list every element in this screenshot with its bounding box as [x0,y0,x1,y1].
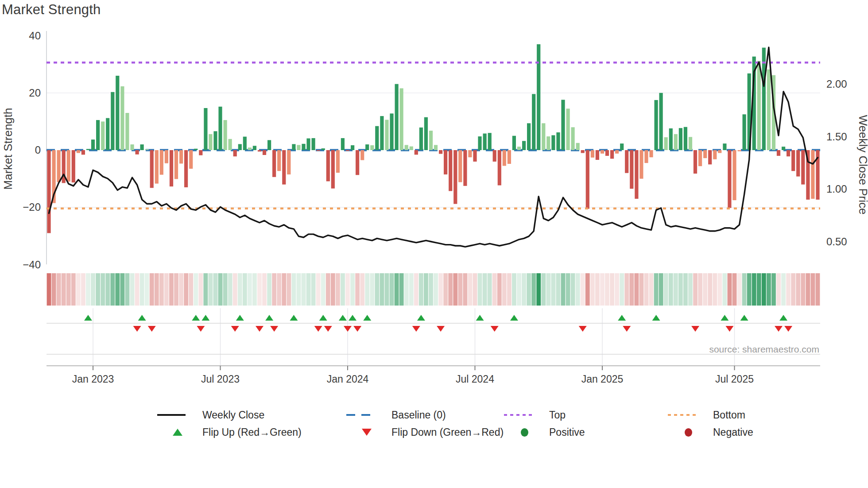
svg-text:0: 0 [35,144,41,156]
flip-up-triangle-icon [173,429,182,436]
heatmap-strip [47,273,820,306]
svg-text:2.00: 2.00 [826,78,847,90]
legend-label: Flip Up (Red→Green) [202,426,302,438]
legend-item-baseline: Baseline (0) [346,408,504,422]
weekly-close-line [49,47,818,247]
legend-label: Negative [713,426,753,438]
threshold-lines [46,62,820,209]
legend-label: Baseline (0) [391,409,446,421]
svg-text:40: 40 [29,30,41,42]
negative-dot-icon [685,428,692,437]
legend-label: Bottom [713,409,745,421]
source-credit: source: sharemaestro.com [709,344,819,354]
market-strength-chart: Jan 2023Jul 2023Jan 2024Jul 2024Jan 2025… [0,0,868,390]
flip-down-triangle-icon [362,429,372,436]
top-dotted-swatch [504,414,532,416]
grid-layer [46,31,820,366]
y-left-axis-title: Market Strength [1,108,15,190]
chart-legend: Weekly Close Baseline (0) Top Bottom Fli… [157,408,810,439]
svg-text:−20: −20 [23,201,41,213]
legend-item-positive: Positive [504,426,668,439]
svg-text:Jan 2024: Jan 2024 [327,373,369,385]
y-right-axis-title: Weekly Close Price [856,115,868,215]
legend-label: Weekly Close [202,409,264,421]
svg-text:Jan 2023: Jan 2023 [72,373,114,385]
svg-text:Jan 2025: Jan 2025 [581,373,624,385]
bottom-dotted-swatch [668,414,696,416]
svg-text:1.50: 1.50 [826,131,847,143]
svg-text:1.00: 1.00 [826,183,847,195]
legend-item-flip-down: Flip Down (Green→Red) [346,426,504,439]
legend-item-bottom: Bottom [668,408,810,422]
svg-text:Jul 2025: Jul 2025 [715,373,754,385]
svg-text:20: 20 [29,87,41,99]
legend-item-weekly-close: Weekly Close [157,408,346,422]
svg-text:Jul 2024: Jul 2024 [456,373,494,385]
legend-label: Positive [549,426,585,438]
legend-label: Top [549,409,566,421]
svg-text:0.50: 0.50 [826,236,847,248]
weekly-close-line-swatch [157,414,186,416]
positive-dot-icon [521,428,528,437]
legend-item-negative: Negative [668,426,810,439]
svg-text:−40: −40 [23,259,41,271]
baseline-dash-swatch [346,414,375,416]
legend-item-flip-up: Flip Up (Red→Green) [157,426,346,439]
legend-item-top: Top [504,408,668,422]
svg-text:Jul 2023: Jul 2023 [201,373,240,385]
legend-label: Flip Down (Green→Red) [391,426,504,438]
